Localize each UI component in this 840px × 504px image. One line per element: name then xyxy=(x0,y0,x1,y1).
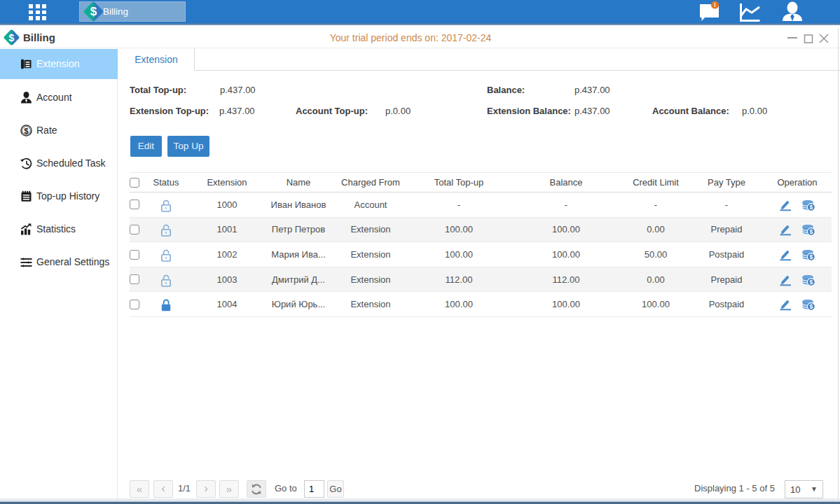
svg-text:$: $ xyxy=(809,279,813,286)
svg-text:!: ! xyxy=(714,1,716,8)
svg-text:$: $ xyxy=(24,127,29,135)
svg-text:$: $ xyxy=(809,253,813,260)
svg-text:$: $ xyxy=(809,303,813,310)
svg-text:$: $ xyxy=(809,204,813,211)
svg-text:$: $ xyxy=(809,229,813,236)
